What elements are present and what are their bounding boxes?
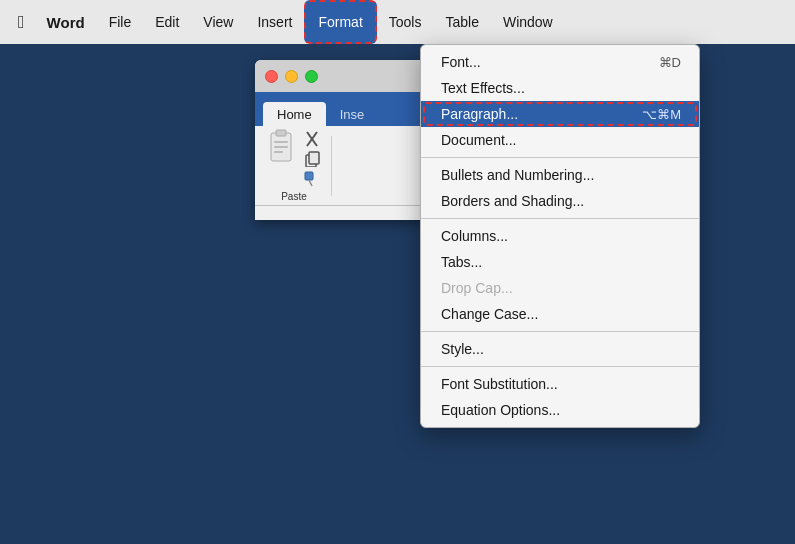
format-dropdown: Font... ⌘D Text Effects... Paragraph... … [420,44,700,428]
menu-item-font-label: Font... [441,54,481,70]
separator-4 [421,366,699,367]
cut-icon [303,131,321,147]
tab-insert[interactable]: Inse [326,102,376,126]
menu-item-tabs[interactable]: Tabs... [421,249,699,275]
menu-item-paragraph-shortcut: ⌥⌘M [642,107,681,122]
svg-rect-7 [274,151,283,153]
menu-item-borders-label: Borders and Shading... [441,193,584,209]
svg-rect-6 [274,146,288,148]
menu-item-text-effects[interactable]: Text Effects... [421,75,699,101]
menu-item-dropcap-label: Drop Cap... [441,280,513,296]
menu-item-changecase-label: Change Case... [441,306,538,322]
menu-item-tabs-label: Tabs... [441,254,482,270]
menu-item-style-label: Style... [441,341,484,357]
separator-2 [421,218,699,219]
svg-rect-12 [305,172,313,180]
paste-label: Paste [281,191,307,202]
menubar-edit[interactable]: Edit [143,0,191,44]
menubar-format[interactable]: Format [304,0,376,44]
apple-menu[interactable]:  [8,0,35,44]
menu-item-document-label: Document... [441,132,516,148]
menubar:  Word File Edit View Insert Format Tool… [0,0,795,44]
paste-icons [267,129,321,187]
menubar-insert[interactable]: Insert [245,0,304,44]
copy-icon [303,151,321,167]
menubar-table[interactable]: Table [433,0,490,44]
menu-item-font[interactable]: Font... ⌘D [421,49,699,75]
tab-home[interactable]: Home [263,102,326,126]
paste-group: Paste [267,129,321,202]
menu-item-bullets-label: Bullets and Numbering... [441,167,594,183]
separator-1 [421,157,699,158]
menu-item-fontsubst[interactable]: Font Substitution... [421,371,699,397]
menu-item-paragraph[interactable]: Paragraph... ⌥⌘M [421,101,699,127]
menu-item-dropcap[interactable]: Drop Cap... [421,275,699,301]
svg-rect-5 [274,141,288,143]
menu-item-columns-label: Columns... [441,228,508,244]
menu-item-style[interactable]: Style... [421,336,699,362]
ribbon-divider [331,136,332,196]
menu-item-changecase[interactable]: Change Case... [421,301,699,327]
menu-item-columns[interactable]: Columns... [421,223,699,249]
menubar-tools[interactable]: Tools [377,0,434,44]
format-painter-icon [303,171,321,187]
menubar-view[interactable]: View [191,0,245,44]
close-button[interactable] [265,70,278,83]
menu-item-font-shortcut: ⌘D [659,55,681,70]
menu-item-document[interactable]: Document... [421,127,699,153]
menubar-word[interactable]: Word [35,0,97,44]
menu-item-paragraph-label: Paragraph... [441,106,518,122]
svg-rect-11 [309,152,319,164]
menubar-window[interactable]: Window [491,0,565,44]
maximize-button[interactable] [305,70,318,83]
menubar-file[interactable]: File [97,0,144,44]
clipboard-icon [267,129,297,165]
svg-line-13 [309,180,312,186]
separator-3 [421,331,699,332]
menu-item-fontsubst-label: Font Substitution... [441,376,558,392]
svg-rect-4 [276,130,286,136]
menu-item-borders[interactable]: Borders and Shading... [421,188,699,214]
menu-item-equation-label: Equation Options... [441,402,560,418]
menu-item-text-effects-label: Text Effects... [441,80,525,96]
menu-item-bullets[interactable]: Bullets and Numbering... [421,162,699,188]
minimize-button[interactable] [285,70,298,83]
menu-item-equation[interactable]: Equation Options... [421,397,699,423]
